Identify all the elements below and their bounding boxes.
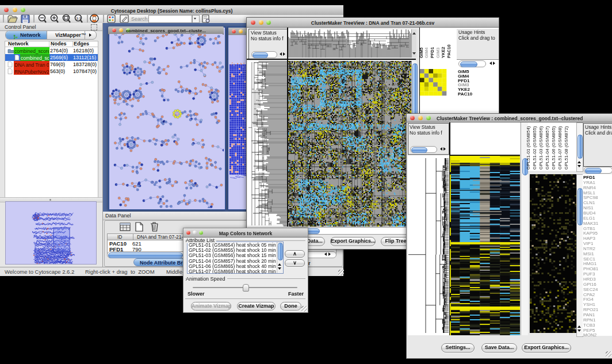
svg-text:Search:: Search: — [131, 16, 149, 22]
svg-text:1:1: 1:1 — [76, 17, 82, 20]
